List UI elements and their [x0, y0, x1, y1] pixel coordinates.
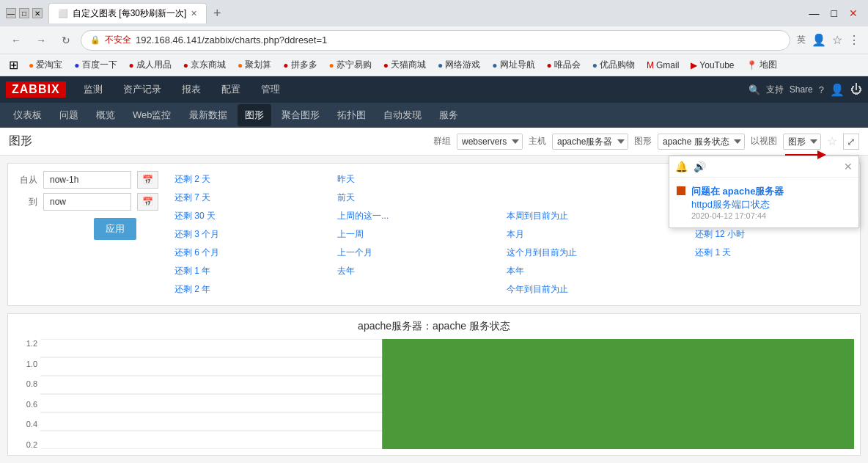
win-minimize[interactable]: —	[805, 7, 824, 19]
qd-12hours[interactable]: 还剩 12 小时	[691, 226, 853, 243]
popup-close-btn[interactable]: ✕	[844, 161, 853, 172]
forward-btn[interactable]: →	[31, 30, 51, 51]
tab-favicon: ⬜	[58, 9, 68, 18]
from-input[interactable]	[43, 171, 131, 189]
nav-assets[interactable]: 资产记录	[120, 79, 164, 101]
graph-select[interactable]: apache 服务状态	[658, 134, 745, 150]
chart-title: apache服务器：apache 服务状态	[14, 320, 854, 333]
bookmark-juhuasuan[interactable]: ● 聚划算	[233, 56, 276, 73]
to-input[interactable]	[43, 193, 131, 211]
tmall-icon: ●	[383, 60, 389, 70]
bookmark-game[interactable]: ● 网络游戏	[433, 56, 485, 73]
bookmark-gmail[interactable]: M Gmail	[642, 58, 683, 73]
adult-icon: ●	[129, 60, 134, 70]
new-tab-btn[interactable]: +	[207, 3, 227, 23]
y-label-4: 0.6	[26, 400, 37, 409]
qd-6months[interactable]: 还剩 6 个月	[170, 244, 327, 261]
bookmark-map[interactable]: 📍 地图	[742, 56, 781, 73]
nav-admin[interactable]: 管理	[258, 79, 283, 101]
bookmark-jd[interactable]: ● 京东商城	[179, 56, 230, 73]
qd-empty1	[502, 171, 685, 188]
bookmark-pdd[interactable]: ● 拼多多	[279, 56, 321, 73]
popup-problem-title[interactable]: 问题在 apache服务器	[691, 185, 784, 198]
qd-empty3	[691, 263, 853, 280]
bookmark-youpin[interactable]: ● 优品购物	[588, 56, 639, 73]
bookmark-vip[interactable]: ● 唯品会	[542, 56, 585, 73]
translate-icon: 英	[795, 34, 808, 46]
back-btn[interactable]: ←	[6, 30, 26, 51]
menu-web[interactable]: Web监控	[125, 104, 179, 126]
qd-7days[interactable]: 还剩 7 天	[170, 189, 327, 206]
help-icon[interactable]: ?	[819, 84, 824, 95]
nav-reports[interactable]: 报表	[179, 79, 204, 101]
menu-icon[interactable]: ⋮	[846, 33, 862, 47]
url-bar[interactable]: 🔒 不安全 192.168.46.141/zabbix/charts.php?d…	[81, 30, 790, 51]
bookmark-suning[interactable]: ● 苏宁易购	[325, 56, 376, 73]
expand-btn[interactable]: ⤢	[843, 134, 859, 150]
minimize-btn[interactable]: —	[6, 8, 16, 18]
menu-autodiscovery[interactable]: 自动发现	[376, 104, 429, 126]
user-icon[interactable]: 👤	[830, 83, 845, 97]
qd-lastweek[interactable]: 上一周	[333, 226, 496, 243]
tab-close-btn[interactable]: ✕	[191, 9, 197, 18]
qd-lastmonth[interactable]: 上一个月	[333, 244, 496, 261]
bookmark-youtube[interactable]: ▶ YouTube	[686, 58, 738, 73]
qd-thismonth[interactable]: 本月	[502, 226, 685, 243]
window-controls[interactable]: — □ ✕	[6, 8, 43, 18]
menu-overview[interactable]: 概览	[89, 104, 122, 126]
apps-icon[interactable]: ⊞	[6, 58, 21, 72]
qd-yesterday[interactable]: 昨天	[333, 171, 496, 188]
share-link[interactable]: Share	[790, 84, 813, 95]
bookmark-adult[interactable]: ● 成人用品	[125, 56, 176, 73]
profile-icon[interactable]: 👤	[809, 33, 828, 47]
menu-topology[interactable]: 拓扑图	[330, 104, 373, 126]
apply-btn[interactable]: 应用	[94, 218, 136, 240]
win-maximize[interactable]: □	[827, 7, 842, 19]
group-select[interactable]: webservers	[457, 134, 523, 150]
from-calendar-btn[interactable]: 📅	[137, 171, 158, 189]
qd-lastyear[interactable]: 去年	[333, 263, 496, 280]
menu-problems[interactable]: 问题	[52, 104, 86, 126]
qd-thisyearuntilnow[interactable]: 今年到目前为止	[502, 281, 685, 298]
nav-icon: ●	[492, 60, 497, 70]
qd-thisyear[interactable]: 本年	[502, 263, 685, 280]
qd-1day[interactable]: 还剩 1 天	[691, 244, 853, 261]
qd-2days[interactable]: 还剩 2 天	[170, 171, 327, 188]
bookmark-tmall[interactable]: ● 天猫商城	[379, 56, 430, 73]
nav-monitor[interactable]: 监测	[81, 79, 106, 101]
svg-rect-7	[382, 339, 854, 449]
favorite-btn[interactable]: ☆	[827, 134, 837, 148]
chart-area: apache服务器：apache 服务状态 1.2 1.0 0.8 0.6 0.…	[7, 313, 861, 456]
host-select[interactable]: apache服务器	[552, 134, 628, 150]
window-action-btns[interactable]: — □ ✕	[805, 7, 862, 19]
qd-thisweeksame[interactable]: 上周的这一...	[333, 208, 496, 225]
star-icon[interactable]: ☆	[830, 33, 845, 47]
close-btn[interactable]: ✕	[32, 8, 43, 18]
bookmark-nav[interactable]: ● 网址导航	[488, 56, 539, 73]
bookmark-baidu[interactable]: ● 百度一下	[70, 56, 121, 73]
support-link[interactable]: 支持	[766, 84, 784, 96]
refresh-btn[interactable]: ↻	[56, 30, 76, 51]
menu-services[interactable]: 服务	[432, 104, 466, 126]
maximize-btn[interactable]: □	[19, 8, 29, 18]
menu-latest[interactable]: 最新数据	[182, 104, 235, 126]
qd-2years[interactable]: 还剩 2 年	[170, 281, 327, 298]
active-tab[interactable]: ⬜ 自定义图表 [每30秒刷新一次] ✕	[48, 3, 207, 23]
gmail-icon: M	[647, 60, 654, 70]
qd-thismonthuntilnow[interactable]: 这个月到目前为止	[502, 244, 685, 261]
power-icon[interactable]: ⏻	[850, 83, 862, 96]
qd-thisweekuntilnow[interactable]: 本周到目前为止	[502, 208, 685, 225]
win-close[interactable]: ✕	[845, 7, 862, 19]
qd-3months[interactable]: 还剩 3 个月	[170, 226, 327, 243]
bookmark-taobao[interactable]: ● 爱淘宝	[24, 56, 67, 73]
menu-composite[interactable]: 聚合图形	[274, 104, 327, 126]
to-calendar-btn[interactable]: 📅	[137, 193, 158, 211]
nav-config[interactable]: 配置	[218, 79, 243, 101]
qd-daybeforeyest[interactable]: 前天	[333, 189, 496, 206]
time-inputs-section: 自从 📅 到 📅 应用	[15, 171, 158, 240]
qd-1year[interactable]: 还剩 1 年	[170, 263, 327, 280]
popup-problem-subtitle[interactable]: httpd服务端口状态	[691, 198, 784, 211]
qd-30days[interactable]: 还剩 30 天	[170, 208, 327, 225]
menu-dashboard[interactable]: 仪表板	[6, 104, 49, 126]
menu-graphs[interactable]: 图形	[238, 104, 271, 126]
